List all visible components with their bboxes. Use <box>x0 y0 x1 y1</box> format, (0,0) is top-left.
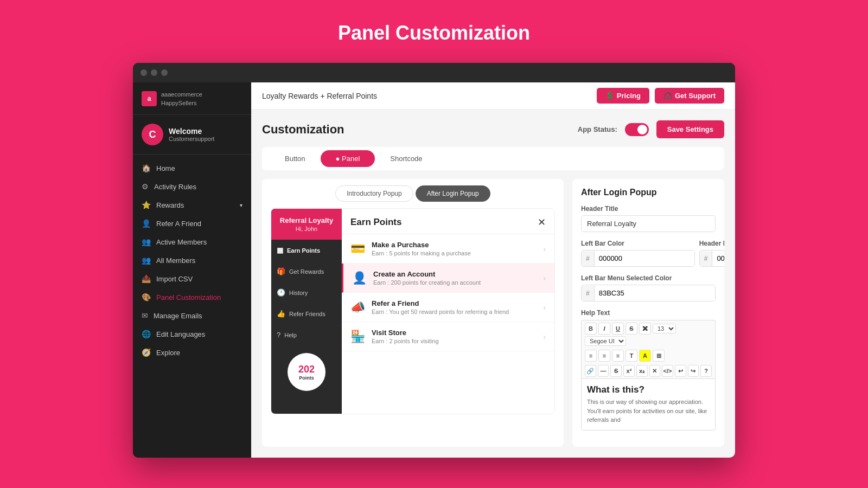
link-button[interactable]: 🔗 <box>585 365 596 377</box>
editor-area[interactable]: What is this? This is our way of showing… <box>581 378 716 431</box>
earn-points-title: Earn Points <box>350 217 401 228</box>
sidebar-item-active-members[interactable]: 👥 Active Members <box>133 233 251 251</box>
sidebar-item-label: Panel Customization <box>156 293 221 301</box>
list-ul-button[interactable]: ≡ <box>598 350 610 362</box>
welcome-label: Welcome <box>169 127 214 136</box>
earn-item-create-account[interactable]: 👤 Create an Account Earn : 200 points fo… <box>342 264 554 293</box>
hash-prefix: # <box>582 251 595 266</box>
header-bg-color-value[interactable] <box>712 251 724 266</box>
color-inputs: Left Bar Color # Header Background Color <box>581 240 716 267</box>
sidebar-item-manage-emails[interactable]: ✉ Manage Emails <box>133 306 251 325</box>
menu-color-value[interactable] <box>595 285 715 301</box>
panel-menu-refer-friends[interactable]: 👍 Refer Friends <box>271 303 342 324</box>
panel-menu-history[interactable]: 🕐 History <box>271 282 342 303</box>
panel-header: Referral Loyalty Hi, John <box>271 209 342 240</box>
earn-item-visit-store[interactable]: 🏪 Visit Store Earn : 2 points for visiti… <box>342 322 554 351</box>
help-editor-button[interactable]: ? <box>700 365 712 377</box>
indent-button[interactable]: ≡ <box>612 350 624 362</box>
list-ol-button[interactable]: ≡ <box>585 350 597 362</box>
sidebar-item-label: Edit Languages <box>156 330 205 338</box>
browser-bar <box>133 63 735 82</box>
earn-item-info: Refer a Friend Earn : You get 50 reward … <box>372 299 537 315</box>
font-color-button[interactable]: A <box>639 350 651 362</box>
earn-item-info: Create an Account Earn : 200 points for … <box>373 270 537 286</box>
tab-shortcode[interactable]: Shortcode <box>375 150 437 167</box>
sidebar-item-all-members[interactable]: 👥 All Members <box>133 251 251 269</box>
undo-button[interactable]: ↩ <box>675 365 686 377</box>
editor-body: This is our way of showing our appreciat… <box>587 397 710 425</box>
support-button[interactable]: 🎧 Get Support <box>655 88 724 104</box>
strike-button[interactable]: S <box>610 365 622 377</box>
page-title: Panel Customization <box>338 22 530 44</box>
panel-menu-get-rewards[interactable]: 🎁 Get Rewards <box>271 261 342 282</box>
panel-custom-icon: 🎨 <box>142 293 151 301</box>
points-circle: 202 Points <box>288 353 326 391</box>
help-menu-icon: ? <box>277 331 280 339</box>
main-content: Loyalty Rewards + Referral Points 💲 Pric… <box>251 82 735 458</box>
bold-button[interactable]: B <box>585 323 597 335</box>
sidebar-item-rewards[interactable]: ⭐ Rewards ▾ <box>133 196 251 214</box>
help-text-label: Help Text <box>581 309 716 317</box>
font-size-select[interactable]: 13 <box>653 324 676 333</box>
tab-button[interactable]: Button <box>270 150 321 167</box>
save-settings-button[interactable]: Save Settings <box>656 120 724 138</box>
panel-menu-label: Help <box>284 332 297 338</box>
underline-button[interactable]: U <box>612 323 624 335</box>
app-status-label: App Status: <box>578 125 617 133</box>
browser-dot-1 <box>141 69 147 76</box>
panel-menu-label: Get Rewards <box>289 268 324 275</box>
top-bar: Loyalty Rewards + Referral Points 💲 Pric… <box>251 82 735 110</box>
browser-window: a aaaecommerce HappySellers C Welcome Cu… <box>133 63 735 458</box>
browser-dot-3 <box>161 69 168 76</box>
hr-button[interactable]: — <box>598 365 609 377</box>
left-bar-color-value[interactable] <box>595 251 694 266</box>
superscript-button[interactable]: x² <box>623 365 635 377</box>
sidebar-item-label: All Members <box>156 256 195 265</box>
sidebar-item-import-csv[interactable]: 📤 Import CSV <box>133 269 251 288</box>
panel-menu-help[interactable]: ? Help <box>271 324 342 345</box>
sidebar-item-edit-languages[interactable]: 🌐 Edit Languages <box>133 325 251 343</box>
strikethrough-button[interactable]: S <box>626 323 637 335</box>
menu-color-group: Left Bar Menu Selected Color # <box>581 274 716 301</box>
panel-sidebar: Referral Loyalty Hi, John ▦ Earn Points … <box>271 209 342 414</box>
rewards-icon: ⭐ <box>142 201 151 209</box>
header-title-input[interactable] <box>581 215 716 232</box>
sidebar-item-refer-a-friend[interactable]: 👤 Refer A Friend <box>133 214 251 233</box>
tab-panel[interactable]: ● Panel <box>321 150 375 167</box>
earn-item-refer-friend[interactable]: 📣 Refer a Friend Earn : You get 50 rewar… <box>342 293 554 322</box>
menu-color-input: # <box>581 285 716 301</box>
font-family-select[interactable]: Segoe UI <box>585 336 626 346</box>
code-button[interactable]: </> <box>662 365 673 377</box>
remove-format-button[interactable]: 🗙 <box>639 323 651 335</box>
panel-preview: Introductory Popup After Login Popup Ref… <box>262 179 564 447</box>
sidebar-item-home[interactable]: 🏠 Home <box>133 159 251 177</box>
earn-item-title: Make a Purchase <box>372 241 537 249</box>
home-icon: 🏠 <box>142 164 151 172</box>
earn-points-header: Earn Points ✕ <box>342 209 554 234</box>
panel-menu-earn-points[interactable]: ▦ Earn Points <box>271 240 342 261</box>
menu-color-label: Left Bar Menu Selected Color <box>581 274 716 282</box>
create-account-icon: 👤 <box>352 271 367 285</box>
close-button[interactable]: ✕ <box>538 216 546 228</box>
clear-button[interactable]: ✕ <box>649 365 661 377</box>
pricing-button[interactable]: 💲 Pricing <box>597 88 649 104</box>
redo-button[interactable]: ↪ <box>688 365 699 377</box>
subscript-button[interactable]: x₂ <box>636 365 648 377</box>
sidebar-item-label: Refer A Friend <box>156 220 201 228</box>
table-button[interactable]: ⊞ <box>653 350 665 362</box>
sidebar-item-label: Rewards <box>156 201 184 209</box>
popup-tab-introductory[interactable]: Introductory Popup <box>335 185 413 202</box>
chevron-right-icon: › <box>543 303 546 312</box>
sidebar-item-explore[interactable]: 🧭 Explore <box>133 343 251 362</box>
popup-tab-after-login[interactable]: After Login Popup <box>416 185 490 202</box>
panel-menu-label: Refer Friends <box>289 311 326 317</box>
earn-item-purchase[interactable]: 💳 Make a Purchase Earn : 5 points for ma… <box>342 234 554 264</box>
app-status-toggle[interactable] <box>625 123 649 136</box>
left-bar-color-label: Left Bar Color <box>581 240 695 247</box>
sidebar-item-activity-rules[interactable]: ⚙ Activity Rules <box>133 177 251 196</box>
app-status-area: App Status: Save Settings <box>578 120 724 138</box>
italic-button[interactable]: I <box>598 323 610 335</box>
earn-item-sub: Earn : 200 points for creating an accoun… <box>373 279 537 286</box>
text-style-button[interactable]: T <box>626 350 637 362</box>
sidebar-item-panel-customization[interactable]: 🎨 Panel Customization <box>133 288 251 306</box>
